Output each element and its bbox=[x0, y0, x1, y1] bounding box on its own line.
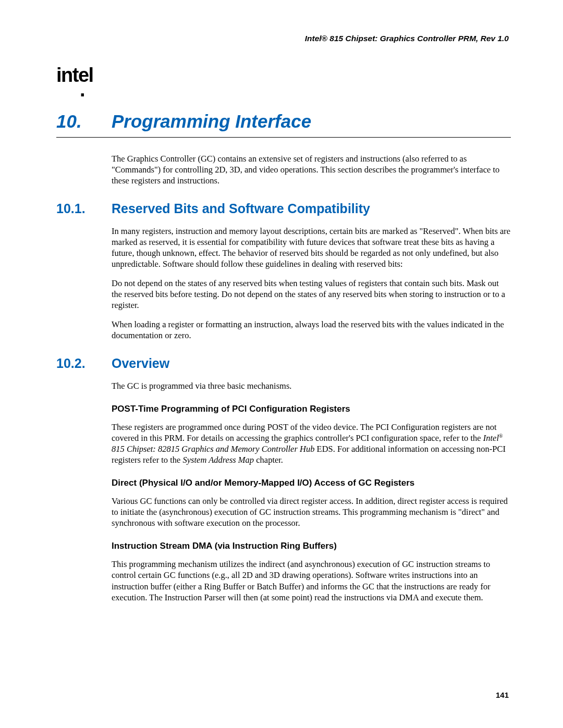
subsection-direct-access-para: Various GC functions can only be control… bbox=[112, 496, 511, 528]
section-10-1-para2: Do not depend on the states of any reser… bbox=[112, 278, 511, 311]
subsection-post-time-heading: POST-Time Programming of PCI Configurati… bbox=[112, 404, 511, 414]
subsection-instruction-stream-para: This programming mechanism utilizes the … bbox=[112, 559, 511, 602]
intro-paragraph: The Graphics Controller (GC) contains an… bbox=[112, 153, 511, 186]
section-10-1-heading: 10.1.Reserved Bits and Software Compatib… bbox=[56, 201, 511, 216]
chapter-number: 10. bbox=[56, 111, 112, 132]
section-10-2-heading: 10.2.Overview bbox=[56, 356, 511, 371]
section-10-1-para3: When loading a register or formatting an… bbox=[112, 319, 511, 341]
section-10-1-para1: In many registers, instruction and memor… bbox=[112, 226, 511, 269]
chapter-heading: 10.Programming Interface bbox=[56, 111, 511, 138]
page-header: Intel® 815 Chipset: Graphics Controller … bbox=[56, 34, 511, 43]
section-title-text: Reserved Bits and Software Compatibility bbox=[112, 201, 370, 216]
document-title: Intel® 815 Chipset: Graphics Controller … bbox=[56, 34, 511, 43]
section-number: 10.2. bbox=[56, 356, 112, 371]
section-10-2-para1: The GC is programmed via three basic mec… bbox=[112, 380, 511, 391]
subsection-post-time-para: These registers are programmed once duri… bbox=[112, 422, 511, 465]
intel-logo: inte.l bbox=[56, 66, 511, 84]
section-title-text: Overview bbox=[112, 356, 169, 371]
page-number: 141 bbox=[496, 690, 509, 699]
subsection-instruction-stream-heading: Instruction Stream DMA (via Instruction … bbox=[112, 541, 511, 551]
chapter-title-text: Programming Interface bbox=[112, 111, 311, 131]
section-number: 10.1. bbox=[56, 201, 112, 216]
subsection-direct-access-heading: Direct (Physical I/O and/or Memory-Mappe… bbox=[112, 478, 511, 488]
